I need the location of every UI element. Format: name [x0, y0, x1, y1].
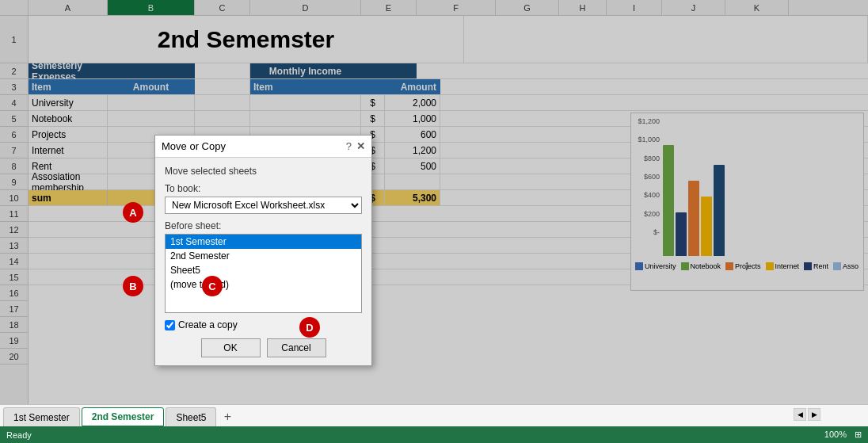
annotation-d: D [299, 317, 320, 338]
sheet-tabs-bar: 1st Semester 2nd Semester Sheet5 + ◀ ▶ [0, 404, 868, 426]
dialog-controls: ? ✕ [346, 140, 365, 152]
tab-nav-right[interactable]: ▶ [808, 408, 820, 421]
sheet-item-2nd[interactable]: 2nd Semester [166, 249, 361, 263]
dialog-titlebar: Move or Copy ? ✕ [155, 136, 371, 158]
dialog-to-book-select[interactable]: New Microsoft Excel Worksheet.xlsx [165, 197, 362, 214]
create-copy-label: Create a copy [178, 319, 238, 330]
zoom-icon: ⊞ [855, 430, 862, 440]
dialog-select-row: New Microsoft Excel Worksheet.xlsx [165, 197, 362, 214]
sheet-tab-2nd-semester[interactable]: 2nd Semester [82, 407, 165, 426]
dialog-ok-button[interactable]: OK [201, 338, 261, 357]
sheet-item-sheet5[interactable]: Sheet5 [166, 263, 361, 277]
dialog-close-button[interactable]: ✕ [356, 140, 365, 152]
dialog-to-book-label: To book: [165, 183, 362, 194]
dialog-checkbox-row: Create a copy [165, 319, 362, 330]
status-right: 100% ⊞ [824, 430, 862, 440]
add-sheet-button[interactable]: + [218, 407, 237, 426]
dialog-before-sheet-label: Before sheet: [165, 220, 362, 231]
dialog-cancel-button[interactable]: Cancel [267, 338, 326, 357]
dialog-help-button[interactable]: ? [346, 140, 352, 152]
annotation-a: A [123, 202, 143, 223]
status-text: Ready [6, 430, 32, 440]
status-bar: Ready 100% ⊞ [0, 426, 868, 443]
tab-nav-left[interactable]: ◀ [794, 408, 806, 421]
move-copy-dialog: Move or Copy ? ✕ Move selected sheets To… [154, 135, 372, 366]
sheet-list[interactable]: 1st Semester 2nd Semester Sheet5 (move t… [165, 234, 362, 313]
spreadsheet: A B C D E F G H I J K 1 2 3 4 5 6 7 8 9 … [0, 0, 868, 404]
sheet-tab-1st-semester[interactable]: 1st Semester [3, 407, 80, 426]
tab-nav: ◀ ▶ [794, 408, 820, 421]
sheet-tab-sheet5[interactable]: Sheet5 [166, 407, 216, 426]
sheet-item-1st[interactable]: 1st Semester [166, 235, 361, 249]
dialog-buttons: OK Cancel [165, 338, 362, 357]
zoom-level: 100% [824, 430, 847, 440]
dialog-body: Move selected sheets To book: New Micros… [155, 158, 371, 365]
dialog-move-label: Move selected sheets [165, 166, 362, 177]
annotation-b: B [123, 276, 143, 296]
annotation-c: C [202, 276, 223, 296]
dialog-title: Move or Copy [162, 140, 226, 152]
sheet-item-move-to-end[interactable]: (move to end) [166, 277, 361, 292]
create-copy-checkbox[interactable] [165, 320, 175, 330]
